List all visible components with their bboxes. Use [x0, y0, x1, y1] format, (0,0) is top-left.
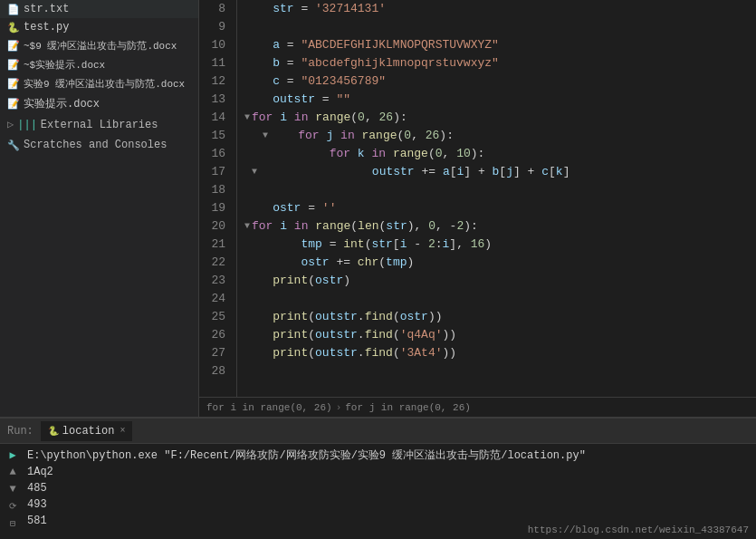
run-output-1: 1Aq2	[27, 464, 749, 480]
run-label: Run:	[7, 425, 33, 438]
run-panel: Run: 🐍 location × ▶ ▲ ▼ ⟳ ⊟ E:\python\py…	[0, 417, 756, 539]
run-play-button[interactable]: ▶	[5, 448, 20, 462]
main-area: 📄 str.txt 🐍 test.py 📝 ~$9 缓冲区溢出攻击与防范.doc…	[0, 0, 756, 417]
code-line-18	[244, 181, 749, 199]
code-line-24	[244, 290, 749, 308]
sidebar-file-docx2[interactable]: 📝 ~$实验提示.docx	[0, 55, 198, 74]
sidebar-file-testpy[interactable]: 🐍 test.py	[0, 18, 198, 36]
sidebar: 📄 str.txt 🐍 test.py 📝 ~$9 缓冲区溢出攻击与防范.doc…	[0, 0, 199, 417]
sidebar-file-strtxt[interactable]: 📄 str.txt	[0, 0, 198, 18]
scratch-icon: 🔧	[7, 140, 20, 151]
sidebar-file-label: ~$9 缓冲区溢出攻击与防范.docx	[24, 39, 177, 53]
code-line-26: print(outstr.find('q4Aq'))	[244, 326, 749, 344]
run-up-button[interactable]: ▲	[5, 465, 20, 479]
code-line-9	[244, 18, 749, 36]
sidebar-file-docx4[interactable]: 📝 实验提示.docx	[0, 93, 198, 114]
sidebar-file-label: test.py	[24, 21, 69, 34]
doc-icon: 📝	[7, 98, 20, 110]
breadcrumb-separator: ›	[336, 402, 342, 413]
expand-icon: ▷	[7, 118, 14, 131]
run-tab-location[interactable]: 🐍 location ×	[41, 421, 133, 441]
section-label: |||	[17, 119, 37, 131]
sidebar-file-docx1[interactable]: 📝 ~$9 缓冲区溢出攻击与防范.docx	[0, 36, 198, 55]
code-container: 8 9 10 11 12 13 14 15 16 17 18 19 20 21 …	[199, 0, 756, 397]
sidebar-scratches-consoles[interactable]: 🔧 Scratches and Consoles	[0, 135, 198, 155]
run-tab-name: location	[62, 425, 115, 438]
code-line-19: ostr = ''	[244, 199, 749, 217]
code-line-12: c = "0123456789"	[244, 72, 749, 91]
code-line-8: str = '32714131'	[244, 0, 749, 18]
sidebar-file-label: 实验9 缓冲区溢出攻击与防范.docx	[24, 77, 185, 91]
run-output-2: 485	[27, 480, 749, 496]
code-line-20: ▼for i in range(len(str), 0, -2):	[244, 217, 749, 236]
run-actions: ▶ ▲ ▼ ⟳ ⊟	[5, 448, 20, 531]
section-name: External Libraries	[41, 119, 158, 131]
code-line-21: tmp = int(str[i - 2:i], 16)	[244, 236, 749, 254]
sidebar-file-label: str.txt	[24, 3, 69, 15]
sidebar-file-label: ~$实验提示.docx	[24, 58, 105, 72]
breadcrumb: for i in range(0, 26) › for j in range(0…	[199, 397, 756, 417]
code-line-10: a = "ABCDEFGHIJKLMNOPQRSTUVWXYZ"	[244, 36, 749, 54]
code-line-13: outstr = ""	[244, 91, 749, 109]
code-line-11: b = "abcdefghijklmnopqrstuvwxyz"	[244, 54, 749, 72]
code-line-15: ▼ for j in range(0, 26):	[244, 127, 749, 145]
close-tab-icon[interactable]: ×	[120, 426, 125, 436]
sidebar-external-libraries[interactable]: ▷ ||| External Libraries	[0, 114, 198, 135]
run-command: E:\python\python.exe "F:/Recent/网络攻防/网络攻…	[27, 448, 749, 464]
breadcrumb-item-1: for i in range(0, 26)	[206, 402, 332, 413]
code-line-14: ▼for i in range(0, 26):	[244, 109, 749, 127]
run-output-area: E:\python\python.exe "F:/Recent/网络攻防/网络攻…	[27, 448, 749, 529]
code-line-22: ostr += chr(tmp)	[244, 254, 749, 272]
code-line-28	[244, 362, 749, 380]
run-down-button[interactable]: ▼	[5, 482, 20, 496]
code-line-16: for k in range(0, 10):	[244, 145, 749, 163]
doc-icon: 📝	[7, 59, 20, 71]
run-tab-icon: 🐍	[48, 426, 59, 437]
run-rerun-button[interactable]: ⟳	[5, 499, 20, 514]
run-output-3: 493	[27, 496, 749, 513]
section-name: Scratches and Consoles	[24, 139, 167, 151]
code-content[interactable]: str = '32714131' a = "ABCDEFGHIJKLMNOPQR…	[237, 0, 756, 397]
editor-area: 8 9 10 11 12 13 14 15 16 17 18 19 20 21 …	[199, 0, 756, 417]
run-tab-bar: Run: 🐍 location ×	[0, 419, 756, 444]
run-stop-button[interactable]: ⊟	[5, 516, 20, 531]
code-line-23: print(ostr)	[244, 272, 749, 290]
code-line-27: print(outstr.find('3At4'))	[244, 344, 749, 362]
website-link: https://blog.csdn.net/weixin_43387647	[528, 525, 749, 535]
file-icon: 📄	[7, 4, 20, 15]
line-numbers: 8 9 10 11 12 13 14 15 16 17 18 19 20 21 …	[199, 0, 237, 397]
python-icon: 🐍	[7, 22, 20, 34]
run-content: ▶ ▲ ▼ ⟳ ⊟ E:\python\python.exe "F:/Recen…	[0, 444, 756, 539]
doc-icon: 📝	[7, 40, 20, 52]
code-line-17: ▼ outstr += a[i] + b[j] + c[k]	[244, 163, 749, 181]
sidebar-file-label: 实验提示.docx	[24, 96, 100, 111]
doc-icon: 📝	[7, 78, 20, 90]
sidebar-file-docx3[interactable]: 📝 实验9 缓冲区溢出攻击与防范.docx	[0, 74, 198, 93]
breadcrumb-item-2: for j in range(0, 26)	[345, 402, 471, 413]
code-line-25: print(outstr.find(ostr))	[244, 308, 749, 326]
